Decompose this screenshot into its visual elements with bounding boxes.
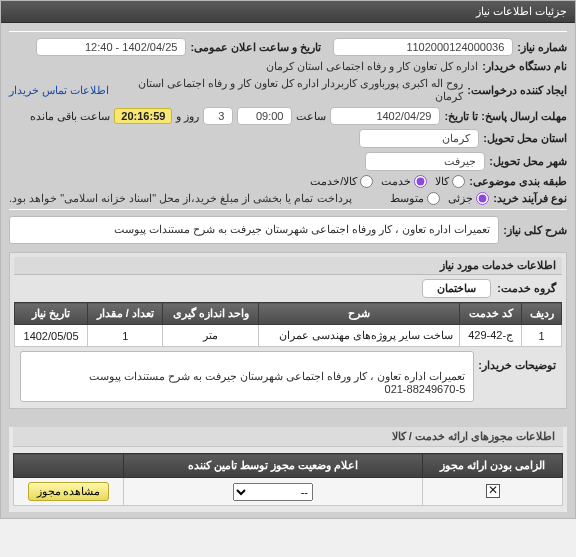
radio-khadamat-label: خدمت [381, 175, 411, 188]
deadline-date: 1402/04/29 [330, 107, 440, 125]
radio-both[interactable]: کالا/خدمت [310, 175, 373, 188]
separator [9, 31, 567, 32]
creator-label: ایجاد کننده درخواست: [467, 84, 567, 97]
buyer-notes-text: تعمیرات اداره تعاون ، کار ورفاه اجتماعی … [89, 370, 466, 395]
th-code: کد خدمت [460, 303, 522, 325]
payment-note: پرداخت تمام یا بخشی از مبلغ خرید،از محل … [9, 192, 352, 205]
buyer-label: نام دستگاه خریدار: [482, 60, 567, 73]
province-value: کرمان [359, 129, 479, 148]
remaining-label: ساعت باقی مانده [30, 110, 110, 123]
subject-class-group: کالا خدمت کالا/خدمت [310, 175, 465, 188]
th-unit: واحد اندازه گیری [163, 303, 259, 325]
th-duedate: تاریخ نیاز [15, 303, 88, 325]
radio-mid-input[interactable] [427, 192, 440, 205]
th-desc: شرح [259, 303, 460, 325]
table-row: 1 ج-42-429 ساخت سایر پروژه‌های مهندسی عم… [15, 325, 562, 347]
td-unit: متر [163, 325, 259, 347]
days-label: روز و [176, 110, 199, 123]
buyer-notes-box: تعمیرات اداره تعاون ، کار ورفاه اجتماعی … [20, 351, 474, 402]
td-desc: ساخت سایر پروژه‌های مهندسی عمران [259, 325, 460, 347]
process-type-group: جزئی متوسط [390, 192, 489, 205]
services-panel: اطلاعات خدمات مورد نیاز گروه خدمت: ساختم… [9, 252, 567, 409]
ph-action [14, 454, 124, 478]
creator-value: روح اله اکبری پورباوری کاربردار اداره کل… [113, 77, 463, 103]
desc-title-label: شرح کلی نیاز: [503, 216, 567, 237]
radio-both-input[interactable] [360, 175, 373, 188]
services-panel-title: اطلاعات خدمات مورد نیاز [14, 257, 562, 275]
radio-mid-label: متوسط [390, 192, 424, 205]
ph-status: اعلام وضعیت مجوز توسط تامین کننده [124, 454, 423, 478]
permits-row: -- مشاهده مجوز [14, 478, 563, 506]
radio-low-label: جزئی [448, 192, 473, 205]
radio-low[interactable]: جزئی [448, 192, 489, 205]
ph-mandatory: الزامی بودن ارائه مجوز [423, 454, 563, 478]
th-qty: تعداد / مقدار [88, 303, 163, 325]
time-word-1: ساعت [296, 110, 326, 123]
city-label: شهر محل تحویل: [489, 155, 567, 168]
mandatory-cell [423, 478, 563, 506]
desc-text: تعمیرات اداره تعاون ، کار ورفاه اجتماعی … [114, 223, 491, 235]
group-value: ساختمان [422, 279, 491, 298]
td-duedate: 1402/05/05 [15, 325, 88, 347]
radio-kala-label: کالا [435, 175, 449, 188]
radio-kala[interactable]: کالا [435, 175, 465, 188]
subject-class-label: طبقه بندی موضوعی: [469, 175, 567, 188]
permits-title: اطلاعات مجوزهای ارائه خدمت / کالا [13, 427, 563, 447]
countdown-badge: 20:16:59 [114, 108, 172, 124]
buyer-notes-label: توضیحات خریدار: [478, 351, 556, 372]
city-value: جیرفت [365, 152, 485, 171]
radio-khadamat-input[interactable] [414, 175, 427, 188]
radio-mid[interactable]: متوسط [390, 192, 440, 205]
announce-value: 1402/04/25 - 12:40 [36, 38, 186, 56]
separator-2 [9, 209, 567, 210]
radio-kala-input[interactable] [452, 175, 465, 188]
radio-low-input[interactable] [476, 192, 489, 205]
status-select[interactable]: -- [233, 483, 313, 501]
desc-text-box: تعمیرات اداره تعاون ، کار ورفاه اجتماعی … [9, 216, 499, 244]
td-code: ج-42-429 [460, 325, 522, 347]
buyer-value: اداره کل تعاون کار و رفاه اجتماعی استان … [266, 60, 478, 73]
action-cell: مشاهده مجوز [14, 478, 124, 506]
mandatory-checkbox[interactable] [486, 484, 500, 498]
province-label: استان محل تحویل: [483, 132, 567, 145]
deadline-label: مهلت ارسال پاسخ: تا تاریخ: [444, 110, 567, 123]
need-number-label: شماره نیاز: [517, 41, 567, 54]
process-type-label: نوع فرآیند خرید: [493, 192, 567, 205]
need-number-value: 1102000124000036 [333, 38, 513, 56]
th-index: ردیف [522, 303, 562, 325]
permits-section: اطلاعات مجوزهای ارائه خدمت / کالا الزامی… [9, 427, 567, 512]
days-value: 3 [203, 107, 233, 125]
window-title: جزئیات اطلاعات نیاز [1, 1, 575, 23]
radio-khadamat[interactable]: خدمت [381, 175, 427, 188]
services-table: ردیف کد خدمت شرح واحد اندازه گیری تعداد … [14, 302, 562, 347]
announce-label: تاریخ و ساعت اعلان عمومی: [190, 41, 321, 54]
view-permit-button[interactable]: مشاهده مجوز [28, 482, 110, 501]
permits-table: الزامی بودن ارائه مجوز اعلام وضعیت مجوز … [13, 453, 563, 506]
group-label: گروه خدمت: [497, 282, 556, 295]
td-qty: 1 [88, 325, 163, 347]
buyer-contact-link[interactable]: اطلاعات تماس خریدار [9, 84, 109, 97]
td-index: 1 [522, 325, 562, 347]
deadline-time: 09:00 [237, 107, 292, 125]
radio-both-label: کالا/خدمت [310, 175, 357, 188]
status-cell: -- [124, 478, 423, 506]
